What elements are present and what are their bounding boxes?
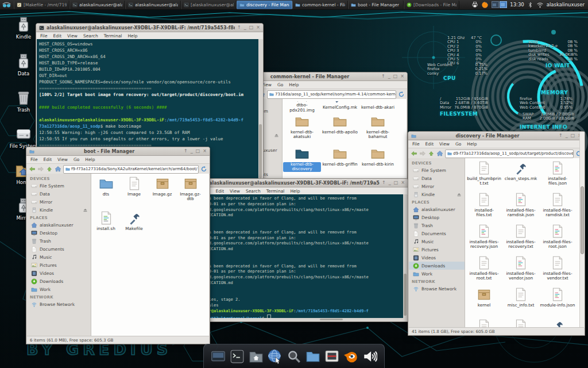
file-item[interactable]: kernel-dtb-discovery bbox=[283, 145, 321, 177]
dock-show-desktop-icon[interactable] bbox=[211, 349, 226, 364]
file-item[interactable]: clean_steps.mk bbox=[502, 159, 539, 191]
taskbar-button[interactable]: alaskalinuxuser@ala... bbox=[125, 1, 181, 9]
bluetooth-icon[interactable] bbox=[527, 2, 533, 8]
path-bar[interactable]: f9-f73a127316da/SonyXA2ultraKernel/kerne… bbox=[63, 165, 199, 174]
shade-button[interactable]: ↑ bbox=[381, 74, 385, 79]
file-item[interactable]: kernel-dtb-bahamut bbox=[359, 113, 397, 145]
forward-button[interactable] bbox=[419, 150, 426, 157]
eject-icon[interactable] bbox=[274, 133, 280, 138]
sidebar-item-desktop[interactable]: Desktop bbox=[409, 213, 465, 221]
file-item[interactable]: installed-files.txt bbox=[466, 191, 502, 223]
file-item[interactable]: installed-files-root.json bbox=[539, 223, 576, 254]
taskbar-button[interactable]: discovery - File Mana... bbox=[237, 1, 292, 9]
path-bar[interactable]: d9-f73a127316da/aosp_11_sodp/out/target/… bbox=[445, 150, 574, 158]
sidebar-item-data[interactable]: Data bbox=[409, 174, 465, 182]
eject-icon[interactable] bbox=[83, 208, 89, 213]
minimize-button[interactable]: _ bbox=[191, 149, 193, 154]
menu-item-edit[interactable]: Edit bbox=[423, 141, 437, 147]
terminal-hscrollbar[interactable] bbox=[199, 318, 407, 321]
dock-home-folder-icon[interactable] bbox=[249, 349, 264, 364]
sidebar-item-trash[interactable]: Trash bbox=[27, 237, 91, 245]
sidebar-item-alaskalinuxuser[interactable]: alaskalinuxuser bbox=[27, 221, 91, 229]
file-item[interactable]: kernel-dtb-kirin bbox=[359, 145, 397, 177]
sidebar-item-videos[interactable]: Videos bbox=[409, 254, 465, 262]
sidebar-item-file-system[interactable]: File System bbox=[409, 166, 465, 174]
file-item[interactable]: KernelConfig.mk bbox=[321, 100, 359, 113]
sidebar-item-trash[interactable]: Trash bbox=[409, 221, 465, 229]
dock-volume-icon[interactable] bbox=[362, 349, 377, 364]
menu-item-go[interactable]: Go bbox=[274, 82, 286, 87]
minimize-button[interactable]: _ bbox=[244, 25, 246, 30]
sidebar-item-work[interactable]: Work bbox=[27, 285, 91, 293]
maximize-button[interactable]: □ bbox=[249, 25, 254, 30]
dock-folder-icon[interactable] bbox=[305, 349, 320, 364]
file-item[interactable]: dts bbox=[92, 175, 120, 209]
file-item[interactable]: kernel-dtb-griffin bbox=[321, 145, 359, 177]
sidebar-item-downloads[interactable]: Downloads bbox=[409, 262, 465, 270]
file-item[interactable]: Makefile bbox=[120, 209, 148, 244]
minimize-button[interactable]: _ bbox=[566, 133, 568, 138]
taskbar-button[interactable]: alaskalinuxuser@ala... bbox=[69, 1, 125, 9]
home-button[interactable] bbox=[436, 150, 443, 157]
dock-web-browser-icon[interactable] bbox=[268, 349, 283, 364]
close-button[interactable]: × bbox=[256, 25, 260, 30]
back-button[interactable] bbox=[29, 166, 36, 172]
file-item[interactable]: kernel-dtb-apollo bbox=[321, 113, 359, 145]
file-item[interactable]: installed-files-root.txt bbox=[466, 254, 502, 286]
menu-item-help[interactable]: Help bbox=[464, 141, 479, 147]
back-button[interactable] bbox=[411, 150, 417, 157]
sidebar-item-documents[interactable]: Documents bbox=[27, 245, 91, 253]
file-item[interactable]: install.sh bbox=[92, 209, 120, 244]
file-item[interactable]: installed-files-recovery.txt bbox=[502, 223, 539, 254]
menu-item-edit[interactable]: Edit bbox=[41, 157, 55, 162]
sidebar-item-music[interactable]: Music bbox=[27, 253, 91, 261]
taskbar-button[interactable]: boot - File Manager bbox=[348, 1, 404, 9]
clock[interactable]: 13:30 bbox=[510, 2, 524, 7]
shade-button[interactable]: ↑ bbox=[237, 25, 241, 30]
file-item[interactable]: misc_info.txt bbox=[502, 286, 539, 317]
titlebar[interactable]: discovery - File Manager ↑_□× bbox=[408, 132, 585, 140]
sidebar-item-data[interactable]: Data bbox=[27, 190, 91, 198]
close-button[interactable]: × bbox=[401, 181, 405, 185]
close-button[interactable]: × bbox=[203, 149, 207, 154]
file-item[interactable]: Image.gz bbox=[148, 175, 176, 209]
maximize-button[interactable]: □ bbox=[571, 133, 575, 138]
taskbar-button[interactable]: [Downloads - File Ma... bbox=[404, 1, 459, 9]
menu-item-help[interactable]: Help bbox=[287, 189, 303, 194]
titlebar[interactable]: alaskalinuxuser@alaskalinuxuser-X9DBL-3F… bbox=[36, 24, 263, 32]
workspace-pager[interactable] bbox=[492, 1, 507, 8]
menu-item-help[interactable]: Help bbox=[125, 33, 140, 39]
dock-search-icon[interactable] bbox=[287, 349, 301, 364]
menu-item-view[interactable]: View bbox=[227, 189, 243, 194]
menu-item-file[interactable]: File bbox=[28, 157, 41, 162]
file-item[interactable] bbox=[502, 317, 539, 328]
shade-button[interactable]: ↑ bbox=[184, 149, 188, 154]
refresh-button[interactable] bbox=[200, 166, 207, 172]
close-button[interactable]: × bbox=[400, 74, 404, 79]
menu-item-search[interactable]: Search bbox=[243, 189, 264, 194]
file-item[interactable] bbox=[466, 317, 502, 328]
menu-item-go[interactable]: Go bbox=[71, 157, 82, 162]
file-item[interactable]: kernel-dtb-akatsuki bbox=[283, 113, 321, 145]
sidebar-item-kindle[interactable]: Kindle bbox=[27, 206, 91, 214]
scrollbar[interactable] bbox=[579, 132, 585, 328]
forward-button[interactable] bbox=[37, 166, 44, 172]
menu-item-terminal[interactable]: Terminal bbox=[101, 33, 125, 39]
file-item[interactable]: installed-files-ramdisk.txt bbox=[539, 191, 576, 223]
titlebar[interactable]: alaskalinuxuser@alaskalinuxuser-X9DBL-3F… bbox=[199, 179, 408, 187]
file-item[interactable]: Image bbox=[120, 175, 148, 209]
terminal-scrollbar[interactable] bbox=[403, 194, 407, 318]
dock-screenshot-tool-icon[interactable] bbox=[324, 349, 339, 364]
sidebar-item-file-system[interactable]: File System bbox=[27, 182, 91, 190]
minimize-button[interactable]: _ bbox=[389, 181, 391, 185]
file-item[interactable]: installed-files-ramdisk.json bbox=[502, 191, 539, 223]
menu-item-go[interactable]: Go bbox=[452, 141, 464, 147]
home-button[interactable] bbox=[55, 166, 61, 172]
sidebar-item-downloads[interactable]: Downloads bbox=[27, 277, 91, 285]
file-item[interactable]: kernel bbox=[466, 286, 502, 317]
menu-item-search[interactable]: Search bbox=[80, 33, 101, 39]
file-item[interactable]: installed-files.json bbox=[539, 159, 576, 191]
sidebar-item-mirror[interactable]: Mirror bbox=[409, 182, 465, 190]
taskbar-button[interactable]: [Makefile - /mnt/719a... bbox=[14, 1, 69, 9]
shade-button[interactable]: ↑ bbox=[382, 181, 386, 185]
